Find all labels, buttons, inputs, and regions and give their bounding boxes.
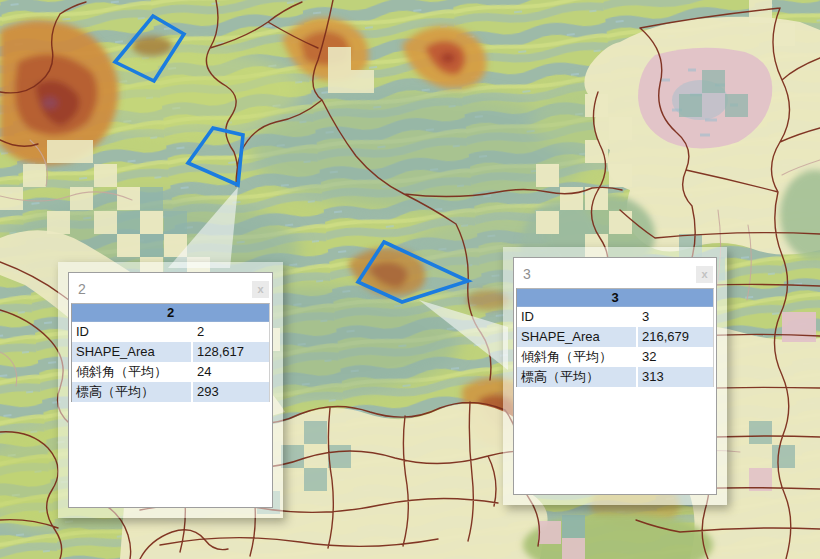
field-value: 216,679 xyxy=(638,327,713,347)
attribute-table: 2 ID 2 SHAPE_Area 128,617 傾斜角（平均） 24 標高（… xyxy=(71,303,270,402)
attribute-table: 3 ID 3 SHAPE_Area 216,679 傾斜角（平均） 32 標高（… xyxy=(516,288,714,387)
field-label: 標高（平均） xyxy=(517,367,636,387)
popup-titlebar[interactable]: 2 x xyxy=(69,273,272,303)
popup-window-2: 2 x 2 ID 2 SHAPE_Area 128,617 傾斜角（平均） 24 xyxy=(58,262,283,518)
close-icon[interactable]: x xyxy=(252,281,269,298)
attribute-row: 傾斜角（平均） 32 xyxy=(517,347,713,367)
field-value: 24 xyxy=(193,362,269,382)
attribute-table-header: 3 xyxy=(517,289,713,307)
field-label: ID xyxy=(517,307,636,327)
attribute-row: SHAPE_Area 216,679 xyxy=(517,327,713,347)
field-value: 128,617 xyxy=(193,342,269,362)
field-value: 313 xyxy=(638,367,713,387)
popup-titlebar[interactable]: 3 x xyxy=(514,258,716,288)
field-label: 標高（平均） xyxy=(72,382,191,402)
field-label: ID xyxy=(72,322,191,342)
popup-window-3: 3 x 3 ID 3 SHAPE_Area 216,679 傾斜角（平均） 32 xyxy=(503,247,727,505)
attribute-row: 標高（平均） 313 xyxy=(517,367,713,387)
attribute-row: SHAPE_Area 128,617 xyxy=(72,342,269,362)
field-label: SHAPE_Area xyxy=(72,342,191,362)
close-icon[interactable]: x xyxy=(696,266,713,283)
attribute-row: 標高（平均） 293 xyxy=(72,382,269,402)
popup-title: 3 xyxy=(523,258,531,288)
popup-title: 2 xyxy=(78,273,86,303)
field-label: SHAPE_Area xyxy=(517,327,636,347)
popup-frame: 3 x 3 ID 3 SHAPE_Area 216,679 傾斜角（平均） 32 xyxy=(513,257,717,495)
attribute-row: 傾斜角（平均） 24 xyxy=(72,362,269,382)
field-value: 293 xyxy=(193,382,269,402)
field-value: 3 xyxy=(638,307,713,327)
attribute-row: ID 3 xyxy=(517,307,713,327)
map-application: 2 x 2 ID 2 SHAPE_Area 128,617 傾斜角（平均） 24 xyxy=(0,0,820,559)
attribute-row: ID 2 xyxy=(72,322,269,342)
field-value: 32 xyxy=(638,347,713,367)
field-value: 2 xyxy=(193,322,269,342)
field-label: 傾斜角（平均） xyxy=(72,362,191,382)
attribute-table-header: 2 xyxy=(72,304,269,322)
field-label: 傾斜角（平均） xyxy=(517,347,636,367)
popup-frame: 2 x 2 ID 2 SHAPE_Area 128,617 傾斜角（平均） 24 xyxy=(68,272,273,508)
